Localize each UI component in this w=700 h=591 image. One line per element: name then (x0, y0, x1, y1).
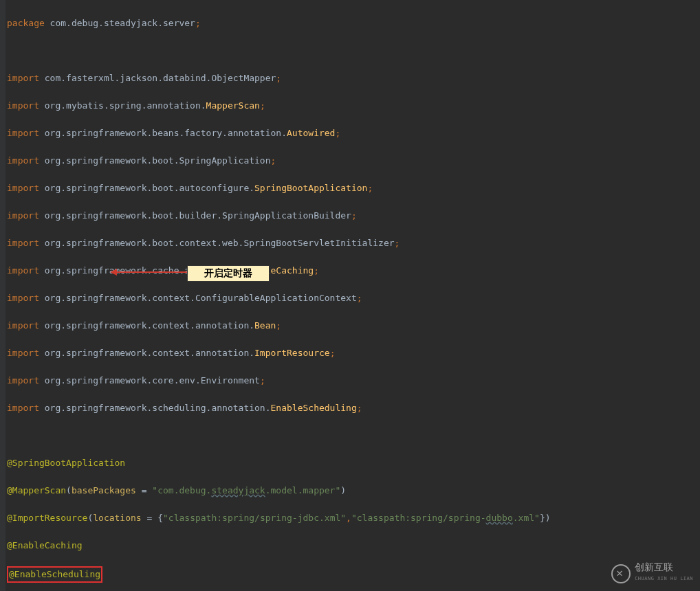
code-line: import org.springframework.context.annot… (7, 319, 700, 333)
code-line: import org.springframework.scheduling.an… (7, 401, 700, 415)
code-line: import org.springframework.boot.autoconf… (7, 181, 700, 195)
watermark-main-text: 创新互联 (635, 562, 693, 572)
code-line: import org.springframework.context.Confi… (7, 291, 700, 305)
code-line: package com.debug.steadyjack.server; (7, 16, 700, 30)
annotation-arrow (116, 271, 187, 273)
callout-label: 开启定时器 (204, 268, 252, 278)
code-editor[interactable]: package com.debug.steadyjack.server; imp… (0, 0, 700, 591)
code-line: import org.springframework.core.env.Envi… (7, 374, 700, 388)
code-line (7, 429, 700, 443)
code-line (7, 44, 700, 58)
code-line: import org.mybatis.spring.annotation.Map… (7, 99, 700, 113)
code-line: import com.fasterxml.jackson.databind.Ob… (7, 71, 700, 85)
code-line: import org.springframework.context.annot… (7, 346, 700, 360)
code-line: import org.springframework.boot.SpringAp… (7, 154, 700, 168)
code-line: import org.springframework.boot.builder.… (7, 209, 700, 223)
code-line: @ImportResource(locations = {"classpath:… (7, 511, 700, 525)
watermark-sub-text: CHUANG XIN HU LIAN (635, 572, 693, 586)
watermark-logo-icon (611, 564, 631, 583)
code-line: @EnableScheduling (7, 566, 700, 583)
enable-scheduling-highlight: @EnableScheduling (7, 566, 102, 583)
code-line: @SpringBootApplication (7, 456, 700, 470)
code-line: import org.springframework.beans.factory… (7, 126, 700, 140)
code-line: import org.springframework.boot.context.… (7, 236, 700, 250)
annotation-callout: 开启定时器 (187, 265, 270, 282)
watermark: 创新互联 CHUANG XIN HU LIAN (611, 562, 693, 586)
code-line: @EnableCaching (7, 539, 700, 553)
code-line: @MapperScan(basePackages = "com.debug.st… (7, 484, 700, 498)
